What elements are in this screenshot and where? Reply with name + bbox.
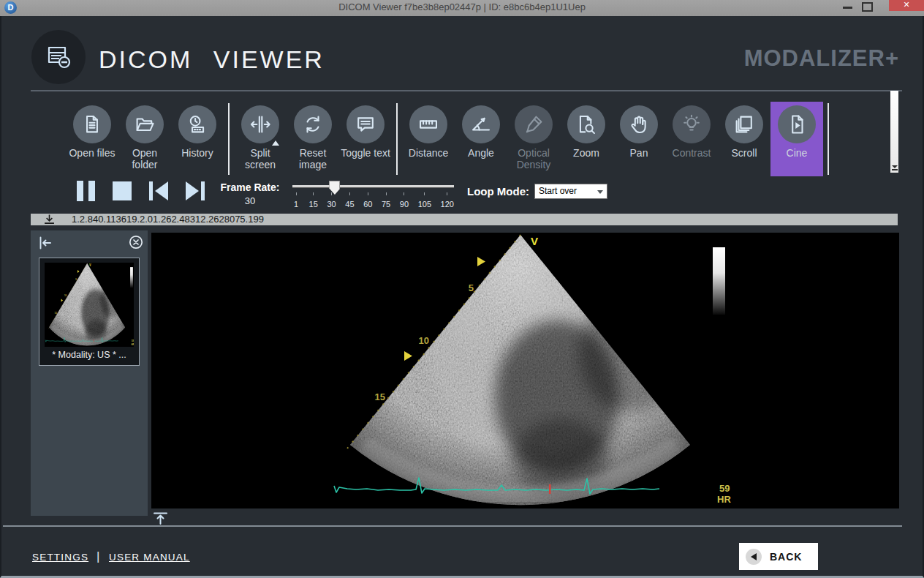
cine-playback-controls: [77, 180, 205, 202]
slider-tick-105: 105: [418, 192, 431, 210]
toolbar-button-open-files[interactable]: Open files: [66, 102, 118, 176]
close-panel-icon[interactable]: [128, 234, 144, 250]
toolbar: Open filesOpen folderHistorySplit screen…: [66, 102, 833, 176]
slider-tick-75: 75: [382, 192, 390, 210]
pause-button[interactable]: [77, 181, 95, 201]
open-files-icon: [73, 105, 111, 143]
split-screen-icon: [241, 105, 279, 143]
slider-tick-90: 90: [400, 192, 409, 210]
toolbar-button-label: Pan: [630, 147, 648, 159]
dicom-viewer-logo-icon: [31, 30, 86, 84]
toolbar-button-history[interactable]: History: [171, 102, 224, 176]
loop-mode-label: Loop Mode:: [467, 185, 529, 198]
history-icon: [178, 105, 216, 143]
app-surface: DICOM VIEWER MODALIZER+ Open filesOpen f…: [0, 16, 924, 578]
svg-text:5: 5: [469, 282, 474, 293]
contrast-icon: [673, 105, 711, 143]
slider-track[interactable]: [292, 185, 454, 187]
toolbar-button-label: Split screen: [234, 147, 287, 170]
scroll-down-arrow-icon[interactable]: [891, 165, 898, 170]
toolbar-button-open-folder[interactable]: Open folder: [118, 102, 171, 176]
slider-tick-45: 45: [345, 192, 354, 210]
footer-divider: [3, 525, 902, 527]
toolbar-button-label: Contrast: [673, 147, 711, 159]
series-thumbnail[interactable]: * Modality: US * ...: [39, 258, 140, 366]
toolbar-button-label: Scroll: [731, 147, 757, 159]
close-button[interactable]: ✕: [889, 0, 924, 11]
optical-density-icon: [515, 105, 553, 143]
maximize-button[interactable]: [862, 2, 873, 12]
slider-tick-1: 1: [292, 192, 300, 210]
previous-frame-button[interactable]: [149, 181, 168, 200]
reset-image-icon: [294, 105, 332, 143]
minimize-button[interactable]: [843, 7, 852, 9]
toolbar-button-split-screen[interactable]: Split screen: [234, 102, 287, 176]
chevron-down-icon: [597, 190, 603, 194]
user-manual-link[interactable]: USER MANUAL: [109, 552, 190, 563]
toolbar-group-separator: [396, 103, 398, 175]
framerate-ticks: 1153045607590105120: [292, 192, 454, 210]
toolbar-button-reset-image[interactable]: Reset image: [287, 102, 339, 176]
download-icon[interactable]: [44, 214, 55, 228]
toolbar-button-optical-density: Optical Density: [507, 102, 560, 176]
svg-text:V: V: [531, 235, 538, 247]
os-titlebar: D DICOM Viewer f7be3b8ep02447p | ID: e8b…: [0, 0, 924, 16]
thumbnail-image: [45, 263, 134, 347]
svg-text:15: 15: [375, 391, 385, 402]
toolbar-button-angle[interactable]: Angle: [455, 102, 507, 176]
frame-rate-label: Frame Rate:: [215, 181, 285, 193]
ultrasound-image: 5 10 15 V 59 HR: [151, 233, 899, 508]
slider-tick-15: 15: [309, 192, 318, 210]
image-viewport[interactable]: 5 10 15 V 59 HR: [151, 233, 899, 508]
svg-text:HR: HR: [717, 494, 731, 505]
toolbar-button-scroll[interactable]: Scroll: [718, 102, 770, 176]
toolbar-button-label: History: [181, 147, 213, 159]
back-button[interactable]: BACK: [739, 543, 818, 570]
page-title: DICOM VIEWER: [99, 45, 325, 74]
submenu-caret-icon: [272, 140, 279, 146]
angle-icon: [462, 105, 500, 143]
toolbar-button-label: Distance: [409, 147, 448, 159]
header-divider: [31, 90, 902, 91]
toolbar-button-label: Toggle text: [341, 147, 390, 159]
toolbar-button-toggle-text[interactable]: Toggle text: [339, 102, 392, 176]
toolbar-button-label: Reset image: [287, 147, 339, 170]
open-folder-icon: [126, 105, 164, 143]
settings-link[interactable]: SETTINGS: [32, 552, 88, 563]
toolbar-button-label: Open files: [69, 147, 115, 159]
toolbar-button-cine[interactable]: Cine: [770, 102, 823, 176]
footer-link-separator: |: [96, 549, 99, 564]
loop-mode-select[interactable]: Start over: [534, 184, 607, 199]
toolbar-button-label: Open folder: [118, 147, 171, 170]
slider-tick-30: 30: [327, 192, 336, 210]
pan-icon: [620, 105, 658, 143]
toolbar-button-zoom[interactable]: Zoom: [560, 102, 613, 176]
scroll-icon: [725, 105, 763, 143]
frame-rate-block: Frame Rate: 30: [215, 181, 285, 206]
toolbar-button-label: Zoom: [573, 147, 599, 159]
slider-tick-60: 60: [363, 192, 372, 210]
window-title: DICOM Viewer f7be3b8ep02447p | ID: e8bc6…: [0, 0, 924, 15]
brand-logo: MODALIZER+: [744, 45, 899, 72]
frame-rate-slider[interactable]: 1153045607590105120: [292, 180, 454, 211]
toolbar-group-separator: [228, 103, 230, 175]
toolbar-button-label: Angle: [468, 147, 494, 159]
toolbar-button-pan[interactable]: Pan: [613, 102, 665, 176]
zoom-icon: [567, 105, 605, 143]
toolbar-button-distance[interactable]: Distance: [402, 102, 455, 176]
back-arrow-icon: [746, 549, 762, 565]
application-window: D DICOM Viewer f7be3b8ep02447p | ID: e8b…: [0, 0, 924, 578]
cine-icon: [778, 105, 816, 143]
slider-tick-120: 120: [441, 192, 454, 210]
collapse-panel-icon[interactable]: [37, 235, 53, 251]
series-uid-bar[interactable]: 1.2.840.113619.2.01.262.48312.2628075.19…: [31, 214, 898, 225]
stop-button[interactable]: [113, 181, 132, 200]
toolbar-group-separator: [828, 103, 829, 175]
next-frame-button[interactable]: [186, 181, 205, 200]
svg-text:59: 59: [719, 483, 730, 494]
series-uid: 1.2.840.113619.2.01.262.48312.2628075.19…: [72, 214, 264, 225]
distance-icon: [409, 105, 447, 143]
toolbar-scrollbar[interactable]: [890, 91, 898, 173]
toolbar-button-label: Cine: [787, 147, 808, 159]
thumbnail-panel: * Modality: US * ...: [31, 230, 148, 516]
